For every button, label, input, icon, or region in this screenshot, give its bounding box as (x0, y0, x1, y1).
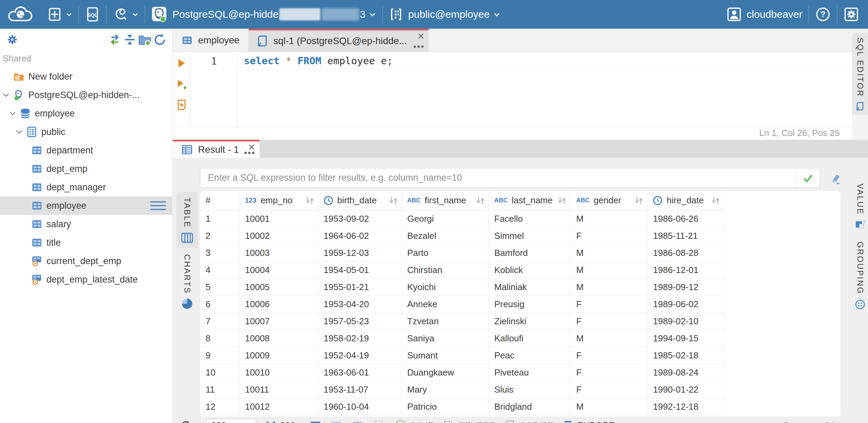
data-cell[interactable]: 1986-08-28 (647, 244, 724, 261)
tab-table-presentation[interactable]: TABLE (176, 192, 198, 248)
data-cell[interactable]: 1989-08-24 (647, 364, 724, 381)
delete-row-button[interactable] (352, 420, 364, 423)
data-cell[interactable]: 10004 (239, 261, 318, 278)
refresh-results-button[interactable] (180, 420, 199, 423)
data-cell[interactable]: Facello (489, 210, 571, 227)
data-cell[interactable]: Piveteau (489, 364, 571, 381)
clear-filter-button[interactable] (827, 170, 843, 187)
tab-employee[interactable]: employee (173, 29, 249, 52)
tree-item-department[interactable]: department (0, 141, 172, 160)
new-connection-button[interactable] (41, 0, 79, 29)
user-menu[interactable]: cloudbeaver (720, 0, 809, 29)
tree-item-dept-emp[interactable]: dept_emp (0, 160, 172, 178)
column-header-birth_date[interactable]: birth_date (318, 191, 402, 210)
export-button[interactable]: EXPORT (562, 420, 614, 423)
data-cell[interactable]: M (571, 278, 647, 296)
data-cell[interactable]: 10003 (239, 244, 318, 261)
execute-query-button[interactable] (173, 55, 191, 71)
data-cell[interactable]: Bamford (489, 244, 571, 261)
data-cell[interactable]: M (571, 398, 647, 415)
data-cell[interactable]: M (571, 244, 647, 261)
column-header-last_name[interactable]: ABClast_name (489, 191, 571, 210)
apply-changes-button[interactable] (373, 420, 386, 423)
data-cell[interactable]: Sumant (402, 347, 489, 364)
tree-item-current-dept-emp[interactable]: current_dept_emp (0, 252, 172, 270)
data-cell[interactable]: 10006 (239, 296, 318, 313)
sort-icon[interactable] (388, 195, 398, 206)
column-header-hire_date[interactable]: hire_date (647, 191, 724, 210)
schema-selector[interactable]: public@employee (383, 0, 507, 29)
data-cell[interactable]: M (571, 330, 647, 347)
tab-result-1[interactable]: Result - 1 ✕ ••• (173, 140, 260, 158)
data-cell[interactable]: 10005 (239, 278, 318, 296)
data-cell[interactable]: 1963-06-01 (318, 364, 402, 381)
add-row-button[interactable] (310, 420, 322, 423)
data-cell[interactable]: Koblick (489, 261, 571, 278)
revert-button[interactable]: REVERT (443, 420, 495, 423)
tree-item-new-folder[interactable]: New folder (0, 67, 172, 86)
tree-item-dept-manager[interactable]: dept_manager (0, 178, 172, 196)
data-cell[interactable]: 1989-09-12 (647, 278, 724, 296)
tree-item-postgresql-ep-hidden-[interactable]: PostgreSQL@ep-hidden-... (0, 86, 172, 104)
data-cell[interactable]: 1989-06-02 (647, 296, 724, 313)
collapse-all-button[interactable] (122, 32, 137, 47)
tab-value-panel[interactable]: VALUE I (852, 183, 868, 229)
data-cell[interactable]: 10012 (239, 398, 318, 415)
new-folder-button[interactable] (137, 32, 152, 47)
data-cell[interactable]: Saniya (402, 330, 489, 347)
data-cell[interactable]: Anneke (402, 296, 489, 313)
data-cell[interactable]: 1955-01-21 (318, 278, 402, 296)
data-cell[interactable]: Preusig (489, 296, 571, 313)
help-button[interactable]: ? (809, 0, 837, 29)
tree-item-title[interactable]: title (0, 233, 172, 252)
refresh-tree-button[interactable] (152, 32, 167, 47)
tab-menu-icon[interactable]: ••• (413, 42, 424, 51)
data-cell[interactable]: F (571, 364, 647, 381)
data-cell[interactable]: F (571, 381, 647, 398)
data-cell[interactable]: 10002 (239, 227, 318, 244)
column-header-first_name[interactable]: ABCfirst_name (402, 191, 489, 210)
tree-item-employee[interactable]: employee (0, 196, 172, 215)
fetch-more-button[interactable]: 200+ (265, 420, 301, 423)
sort-icon[interactable] (475, 195, 485, 206)
data-cell[interactable]: 10011 (239, 381, 318, 398)
sync-connection-button[interactable] (107, 32, 122, 47)
sort-icon[interactable] (557, 195, 567, 206)
data-cell[interactable]: 1992-12-18 (647, 398, 724, 415)
close-icon[interactable]: ✕ (417, 32, 425, 41)
sort-icon[interactable] (633, 195, 644, 206)
chevron-down-icon[interactable] (15, 127, 24, 136)
data-cell[interactable]: M (571, 261, 647, 278)
settings-button[interactable] (837, 0, 868, 29)
data-cell[interactable]: Bezalel (402, 227, 489, 244)
column-header-emp_no[interactable]: 123emp_no (239, 191, 318, 210)
data-cell[interactable]: 1959-12-03 (318, 244, 402, 261)
data-cell[interactable]: Peac (489, 347, 571, 364)
data-cell[interactable]: F (571, 296, 647, 313)
tools-menu-button[interactable] (107, 0, 145, 29)
data-cell[interactable]: 1985-11-21 (647, 227, 724, 244)
sort-icon[interactable] (710, 195, 720, 206)
tree-item-salary[interactable]: salary (0, 215, 172, 233)
column-header-gender[interactable]: ABCgender (571, 191, 647, 210)
sql-editor-button[interactable]: SQL (79, 0, 106, 29)
data-cell[interactable]: 1952-04-19 (318, 347, 402, 364)
execute-new-tab-button[interactable] (173, 76, 191, 93)
tree-item-public[interactable]: public (0, 123, 172, 141)
data-cell[interactable]: 1953-11-07 (318, 381, 402, 398)
tree-item-dept-emp-latest-date[interactable]: dept_emp_latest_date (0, 270, 172, 289)
sort-icon[interactable] (304, 195, 314, 206)
data-cell[interactable]: M (571, 210, 647, 227)
data-cell[interactable]: Chirstian (402, 261, 489, 278)
data-cell[interactable]: F (571, 313, 647, 330)
data-cell[interactable]: Sluis (489, 381, 571, 398)
data-cell[interactable]: 10010 (239, 364, 318, 381)
data-cell[interactable]: Georgi (402, 210, 489, 227)
tab-sql-1[interactable]: sql-1 (PostgreSQL@ep-hidde... ✕ ••• (249, 29, 429, 52)
data-cell[interactable]: 1986-06-26 (647, 210, 724, 227)
data-cell[interactable]: 10009 (239, 347, 318, 364)
data-cell[interactable]: Simmel (489, 227, 571, 244)
data-cell[interactable]: 10007 (239, 313, 318, 330)
data-cell[interactable]: Patricio (402, 398, 489, 415)
code-line[interactable]: select * FROM employee e; (238, 52, 852, 69)
